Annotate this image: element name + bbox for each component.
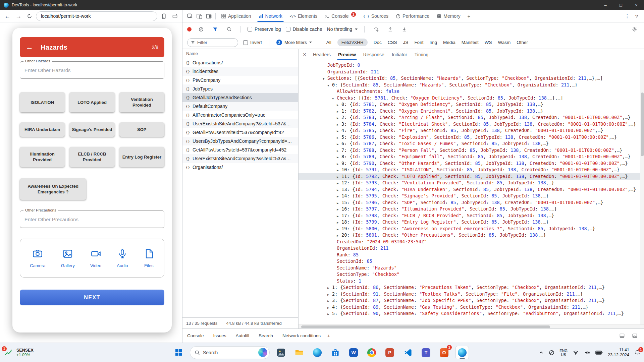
devtools-tab-memory[interactable]: Memory bbox=[433, 10, 464, 22]
word-icon[interactable]: W bbox=[347, 346, 360, 359]
filter-chip-doc[interactable]: Doc bbox=[374, 39, 382, 46]
media-camera-button[interactable]: Camera bbox=[30, 248, 45, 268]
help-icon[interactable]: ? bbox=[632, 12, 641, 21]
preview-tree-row[interactable]: ▶11: {Id: 5792, Check: "LOTO Applied", S… bbox=[299, 173, 644, 180]
rotate-device-icon[interactable] bbox=[170, 11, 179, 21]
widgets-button[interactable]: 1 SENSEX +1.09% bbox=[4, 348, 34, 357]
network-request-row[interactable]: {}GetAllPtwUsers?siteId=537&companyId=45… bbox=[182, 145, 298, 154]
detail-tab-headers[interactable]: Headers bbox=[309, 49, 334, 60]
add-drawer-tab-icon[interactable]: + bbox=[324, 331, 333, 340]
vertical-scrollbar[interactable] bbox=[640, 60, 644, 324]
do-not-disturb-icon[interactable] bbox=[549, 350, 554, 355]
network-request-row[interactable]: {}Organisations/ bbox=[182, 58, 298, 67]
back-button[interactable]: ← bbox=[3, 11, 12, 21]
other-hazards-field[interactable]: Other Hazards Enter Other Hazards bbox=[20, 61, 164, 79]
preview-tree-row[interactable]: ▶19: {Id: 5800, Check: "Awareness on exp… bbox=[299, 226, 644, 232]
start-button[interactable] bbox=[172, 346, 185, 359]
photos-icon[interactable] bbox=[274, 346, 288, 359]
scrollbar-thumb[interactable] bbox=[641, 93, 644, 156]
clock[interactable]: 11:41 23-12-2024 bbox=[608, 347, 629, 358]
hazard-button-isolation[interactable]: ISOLATION bbox=[20, 92, 65, 112]
devtools-tab-console[interactable]: Console2 bbox=[321, 10, 359, 22]
network-request-row[interactable]: {}GetAllPtwUsers?siteId=537&companyId=42 bbox=[182, 128, 298, 137]
preview-tree-row[interactable]: ▶3: {SectionId: 87, SectionName: "Job Sp… bbox=[299, 297, 644, 304]
device-toolbar-icon[interactable] bbox=[195, 12, 204, 21]
notification-bell-icon[interactable]: 1 bbox=[634, 349, 641, 356]
clear-icon[interactable] bbox=[196, 25, 206, 34]
network-request-row[interactable]: {}JobTypes bbox=[182, 84, 298, 93]
preview-tree-row[interactable]: ▶18: {Id: 5799, Check: "Entry Log Regist… bbox=[299, 219, 644, 226]
hazard-button-entry-log-register[interactable]: Entry Log Register bbox=[119, 147, 164, 167]
next-button[interactable]: NEXT bbox=[20, 290, 164, 305]
preview-tree-row[interactable]: Status: 1 bbox=[299, 278, 644, 285]
copilot-icon[interactable] bbox=[258, 348, 267, 357]
devtools-tab-sources[interactable]: { }Sources bbox=[360, 10, 392, 22]
media-files-button[interactable]: Files bbox=[144, 248, 154, 268]
dock-panel-icon[interactable] bbox=[617, 331, 627, 340]
network-request-row[interactable]: {}UserExistsInSiteAndCompany?&siteId=537… bbox=[182, 154, 298, 163]
preview-tree-row[interactable]: ▶12: {Id: 5793, Check: "Ventilation Prov… bbox=[299, 180, 644, 186]
preview-tree-row[interactable]: ▶16: {Id: 5797, Check: "Illumination Pro… bbox=[299, 206, 644, 213]
wifi-icon[interactable] bbox=[573, 349, 579, 356]
preview-tree-row[interactable]: ▶7: {Id: 5788, Check: "Person Fall", Sec… bbox=[299, 147, 644, 154]
network-request-row[interactable]: {}UsersByJobTypesAndCompany?companyId=… bbox=[182, 137, 298, 145]
forward-button[interactable]: → bbox=[14, 11, 23, 21]
other-precautions-field[interactable]: Other Precautions Enter Other Precaution… bbox=[20, 210, 164, 228]
hazard-button-awareness[interactable]: Awareness On Expected Emergencies ? bbox=[20, 178, 86, 200]
preview-tree-row[interactable]: ▶2: {SectionId: 91, SectionName: "Toolbo… bbox=[299, 291, 644, 298]
address-bar[interactable]: localhost/permit-to-work bbox=[36, 11, 157, 21]
preview-tree-row[interactable]: ▶4: {Id: 5785, Check: "Fire", SectionId:… bbox=[299, 127, 644, 134]
devtools-tab-network[interactable]: Network bbox=[255, 10, 286, 22]
vscode-icon[interactable] bbox=[401, 346, 415, 359]
hazard-button-sop[interactable]: SOP bbox=[119, 122, 164, 137]
preview-tree-row[interactable]: AllowAttachments: false bbox=[299, 88, 644, 95]
preview-tree-row[interactable]: ▶6: {Id: 5787, Check: "Toxic Gases / Fum… bbox=[299, 140, 644, 147]
preview-tree-row[interactable]: ▶0: {Id: 5781, Check: "Oxygen Deficiency… bbox=[299, 101, 644, 108]
detail-tab-preview[interactable]: Preview bbox=[334, 49, 360, 60]
network-request-row[interactable]: {}UserExistsInSiteAndCompany?&siteId=537… bbox=[182, 119, 298, 128]
network-request-row[interactable]: {}DefaultCompany bbox=[182, 102, 298, 111]
devtools-tab-elements[interactable]: </>Elements bbox=[286, 10, 321, 22]
microsoft-store-icon[interactable] bbox=[329, 346, 342, 359]
reload-button[interactable] bbox=[25, 11, 34, 21]
preview-tree-row[interactable]: ▶1: {Id: 5782, Check: "Oxygen Enrichment… bbox=[299, 108, 644, 115]
minimize-button[interactable]: – bbox=[598, 0, 613, 10]
preview-tree-row[interactable]: Rank: 85 bbox=[299, 252, 644, 258]
preview-tree-row[interactable]: SectionName: "Hazards" bbox=[299, 265, 644, 272]
preview-tree-row[interactable]: ▼0: {SectionId: 85, SectionName: "Hazard… bbox=[299, 82, 644, 88]
add-panel-icon[interactable]: + bbox=[464, 12, 474, 21]
taskbar-search[interactable]: Search bbox=[190, 346, 270, 359]
hazard-button-illumination-provided[interactable]: Illumination Provided bbox=[20, 147, 65, 167]
preview-tree-row[interactable]: OrganisationId: 211 bbox=[299, 245, 644, 252]
settings-gear-icon[interactable] bbox=[630, 25, 639, 34]
filter-chip-img[interactable]: Img bbox=[429, 39, 437, 46]
preview-tree-row[interactable]: ▶1: {SectionId: 86, SectionName: "Precau… bbox=[299, 284, 644, 291]
edge-icon[interactable] bbox=[311, 346, 324, 359]
preview-tree-row[interactable]: SectionId: 85 bbox=[299, 258, 644, 265]
detail-tab-initiator[interactable]: Initiator bbox=[388, 49, 411, 60]
preview-tree-row[interactable]: ▶2: {Id: 5783, Check: "Arcing / Flash", … bbox=[299, 114, 644, 121]
preview-tree-row[interactable]: ▶14: {Id: 5795, Check: "Signage's Provid… bbox=[299, 193, 644, 199]
hazard-button-ventilation-provided[interactable]: Ventilation Provided bbox=[119, 92, 164, 112]
office-icon[interactable]: O1 bbox=[437, 346, 451, 359]
file-explorer-icon[interactable] bbox=[292, 346, 306, 359]
filter-chip-wasm[interactable]: Wasm bbox=[498, 39, 511, 46]
network-request-row[interactable]: {}GetAllJobTypesAndSections bbox=[182, 93, 298, 102]
image-preview-icon[interactable] bbox=[630, 331, 639, 340]
import-har-icon[interactable] bbox=[385, 25, 395, 34]
filter-input[interactable]: Filter bbox=[187, 38, 238, 47]
requests-column-header[interactable]: Name bbox=[182, 49, 298, 58]
filter-chip-ws[interactable]: WS bbox=[485, 39, 492, 46]
filter-toggle-icon[interactable] bbox=[210, 25, 220, 34]
drawer-tab-search[interactable]: Search bbox=[259, 333, 273, 338]
hazard-button-loto-applied[interactable]: LOTO Applied bbox=[69, 92, 114, 112]
drawer-tab-network-conditions[interactable]: Network conditions bbox=[282, 333, 321, 338]
edge-browser-active-icon[interactable] bbox=[455, 346, 469, 359]
drawer-tab-autofill[interactable]: Autofill bbox=[236, 333, 250, 338]
filter-chip-manifest[interactable]: Manifest bbox=[462, 39, 479, 46]
preview-tree-row[interactable]: ▶10: {Id: 5791, Check: "ISOLATION", Sect… bbox=[299, 167, 644, 173]
volume-icon[interactable] bbox=[584, 349, 590, 356]
tray-chevron-up-icon[interactable] bbox=[539, 350, 544, 355]
search-icon[interactable] bbox=[224, 25, 234, 34]
filter-chip-font[interactable]: Font bbox=[414, 39, 423, 46]
